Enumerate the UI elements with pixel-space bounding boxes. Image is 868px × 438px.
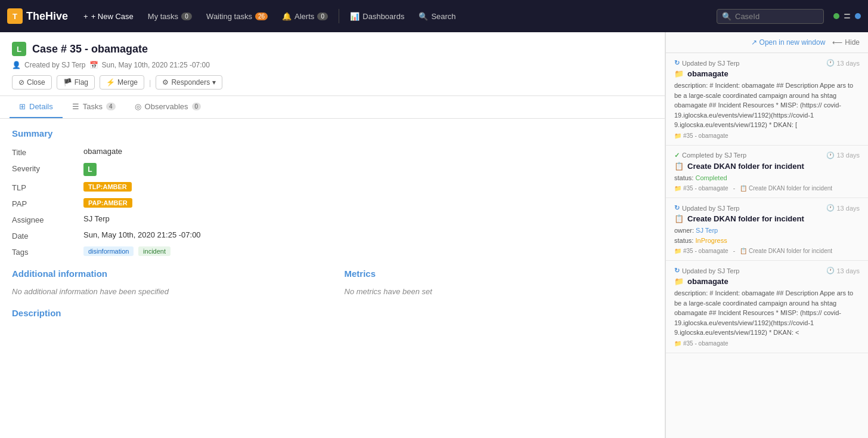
case-content: Summary Title obamagate Severity L TLP T… — [0, 119, 665, 336]
feed-ref: 📁#35 - obamagate — [674, 132, 728, 139]
field-assignee: Assignee SJ Terp — [12, 214, 653, 224]
right-panel-header: ↗ Open in new window ⟵ Hide — [666, 32, 868, 53]
left-panel: L Case # 35 - obamagate 👤 Created by SJ … — [0, 32, 665, 438]
feed-refs: 📁#35 - obamagate — [674, 340, 860, 347]
feed-title: 📋 Create DKAN folder for incident — [674, 162, 860, 171]
feed-time: 🕐 13 days — [826, 204, 860, 212]
check-icon: ✓ — [674, 152, 680, 159]
flag-button[interactable]: 🏴 Flag — [57, 75, 95, 90]
search-input[interactable] — [735, 12, 819, 21]
waiting-tasks-button[interactable]: Waiting tasks 26 — [200, 8, 274, 24]
feed-refs: 📁#35 - obamagate-📋Create DKAN folder for… — [674, 248, 860, 254]
metrics-title: Metrics — [345, 269, 653, 279]
feed-type-icon: 📁 — [674, 277, 684, 286]
feed-actor: ↻ Updated by SJ Terp — [674, 267, 739, 274]
app-name: TheHive — [26, 10, 68, 23]
metrics-section: Metrics No metrics have been set — [345, 269, 653, 296]
search-nav-icon: 🔍 — [418, 12, 428, 21]
close-button[interactable]: ⊘ Close — [12, 75, 52, 90]
open-new-window-button[interactable]: ↗ Open in new window — [751, 38, 826, 47]
no-metrics: No metrics have been set — [345, 287, 653, 296]
feed-ref: 📁#35 - obamagate — [674, 185, 728, 192]
tags-container: disinformation incident — [83, 246, 173, 256]
new-case-button[interactable]: + + New Case — [78, 8, 140, 24]
additional-metrics-row: Additional information No additional inf… — [12, 269, 653, 296]
observables-icon: ◎ — [135, 102, 141, 111]
nav-separator — [339, 9, 339, 23]
additional-info-section: Additional information No additional inf… — [12, 269, 321, 296]
hide-panel-button[interactable]: ⟵ Hide — [832, 38, 860, 47]
tab-tasks[interactable]: ☰ Tasks 4 — [63, 96, 125, 118]
field-date: Date Sun, May 10th, 2020 21:25 -07:00 — [12, 230, 653, 240]
case-meta: 👤 Created by SJ Terp 📅 Sun, May 10th, 20… — [12, 61, 653, 69]
feed-meta: ↻ Updated by SJ Terp 🕐 13 days — [674, 267, 860, 274]
field-tlp: TLP TLP:AMBER — [12, 182, 653, 192]
flag-icon: 🏴 — [63, 78, 72, 87]
alerts-button[interactable]: 🔔 Alerts 0 — [276, 8, 334, 24]
tlp-badge: TLP:AMBER — [83, 182, 132, 192]
search-nav-button[interactable]: 🔍 Search — [413, 8, 461, 24]
close-icon: ⊘ — [18, 78, 24, 87]
ref-icon: 📁 — [674, 340, 681, 347]
ref-icon: 📋 — [740, 248, 747, 254]
user-dot — [855, 13, 861, 19]
feed-body: status: Completed — [674, 173, 860, 183]
no-additional-info: No additional information have been spec… — [12, 287, 321, 296]
feed-item: ↻ Updated by SJ Terp 🕐 13 days 📋 Create … — [666, 198, 868, 261]
case-title: Case # 35 - obamagate — [32, 43, 148, 55]
my-tasks-button[interactable]: My tasks 0 — [142, 8, 198, 24]
field-severity: Severity L — [12, 163, 653, 176]
field-tags: Tags disinformation incident — [12, 246, 653, 257]
case-label-badge: L — [12, 42, 26, 56]
feed-type-icon: 📋 — [674, 162, 684, 171]
separator: | — [149, 78, 151, 87]
pap-badge: PAP:AMBER — [83, 198, 132, 208]
case-actions: ⊘ Close 🏴 Flag ⚡ Merge | ⚙ Responders ▾ — [12, 75, 653, 90]
tab-observables[interactable]: ◎ Observables 0 — [125, 96, 211, 118]
tab-details[interactable]: ⊞ Details — [10, 96, 63, 118]
activity-feed: ↻ Updated by SJ Terp 🕐 13 days 📁 obamaga… — [666, 53, 868, 353]
feed-time: 🕐 13 days — [826, 267, 860, 274]
feed-ref: 📁#35 - obamagate — [674, 248, 728, 254]
feed-title: 📁 obamagate — [674, 69, 860, 78]
tasks-icon: ☰ — [72, 102, 79, 111]
feed-ref: 📁#35 - obamagate — [674, 340, 728, 347]
merge-button[interactable]: ⚡ Merge — [100, 75, 144, 90]
refresh-icon: ↻ — [674, 267, 680, 274]
description-title: Description — [12, 308, 653, 318]
dashboards-button[interactable]: 📊 Dashboards — [344, 8, 410, 24]
feed-time: 🕐 13 days — [826, 59, 860, 67]
feed-refs: 📁#35 - obamagate-📋Create DKAN folder for… — [674, 185, 860, 192]
refresh-icon: ↻ — [674, 59, 680, 67]
tag-incident: incident — [138, 246, 170, 256]
feed-refs: 📁#35 - obamagate — [674, 132, 860, 139]
summary-fields: Title obamagate Severity L TLP TLP:AMBER… — [12, 147, 653, 257]
menu-line-icon — [844, 17, 850, 18]
user-icon: 👤 — [12, 61, 21, 69]
feed-item: ↻ Updated by SJ Terp 🕐 13 days 📁 obamaga… — [666, 261, 868, 353]
app-logo[interactable]: T TheHive — [7, 8, 68, 24]
feed-actor: ✓ Completed by SJ Terp — [674, 152, 746, 159]
logo-icon: T — [7, 8, 23, 24]
description-section: Description — [12, 308, 653, 318]
responders-button[interactable]: ⚙ Responders ▾ — [156, 75, 222, 90]
dashboards-icon: 📊 — [350, 12, 359, 21]
ref-icon: 📋 — [740, 185, 747, 192]
search-icon: 🔍 — [722, 12, 731, 21]
clock-icon: 🕐 — [826, 152, 835, 159]
feed-ref: 📋Create DKAN folder for incident — [740, 185, 832, 192]
online-indicator — [833, 13, 839, 19]
responders-icon: ⚙ — [162, 78, 169, 87]
feed-type-icon: 📋 — [674, 214, 684, 223]
tabs-bar: ⊞ Details ☰ Tasks 4 ◎ Observables 0 — [0, 96, 665, 119]
top-navigation: T TheHive + + New Case My tasks 0 Waitin… — [0, 0, 868, 32]
feed-title: 📁 obamagate — [674, 277, 860, 286]
chevron-down-icon: ▾ — [212, 78, 216, 87]
feed-actor: ↻ Updated by SJ Terp — [674, 204, 739, 212]
case-header: L Case # 35 - obamagate 👤 Created by SJ … — [0, 32, 665, 96]
case-title-row: L Case # 35 - obamagate — [12, 42, 653, 56]
calendar-icon: 📅 — [89, 61, 98, 69]
summary-section-title: Summary — [12, 128, 653, 138]
right-panel: ↗ Open in new window ⟵ Hide ↻ Updated by… — [665, 32, 868, 438]
feed-meta: ✓ Completed by SJ Terp 🕐 13 days — [674, 152, 860, 159]
